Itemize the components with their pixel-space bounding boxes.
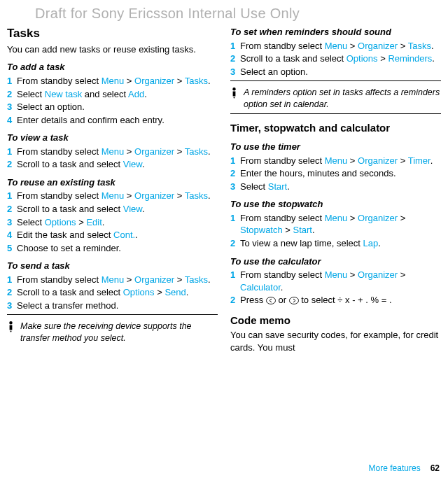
add-task-steps: From standby select Menu > Organizer > T… (7, 75, 218, 126)
svg-point-5 (234, 97, 235, 99)
tasks-heading: Tasks (7, 26, 218, 42)
code-memo-heading: Code memo (230, 314, 441, 328)
svg-point-6 (266, 297, 275, 304)
timer-heading: To use the timer (230, 141, 441, 153)
list-item: Select New task and select Add. (7, 88, 218, 101)
tasks-intro: You can add new tasks or reuse existing … (7, 43, 218, 56)
tsc-heading: Timer, stopwatch and calculator (230, 121, 441, 135)
svg-point-2 (10, 331, 12, 332)
right-key-icon (289, 295, 299, 305)
send-task-steps: From standby select Menu > Organizer > T… (7, 274, 218, 312)
note-reminders: A reminders option set in tasks affects … (230, 87, 441, 111)
list-item: From standby select Menu > Organizer > T… (7, 190, 218, 202)
list-item: Scroll to a task and select Options > Se… (7, 286, 218, 299)
footer-section: More features (369, 463, 421, 473)
list-item: Select an option. (7, 101, 218, 113)
code-memo-intro: You can save security codes, for example… (230, 329, 441, 353)
page-footer: More features62 (369, 463, 440, 474)
reminders-heading: To set when reminders should sound (230, 26, 441, 38)
divider (7, 314, 218, 315)
list-item: Scroll to a task and select View. (7, 158, 218, 171)
reuse-task-steps: From standby select Menu > Organizer > T… (7, 190, 218, 254)
list-item: From standby select Menu > Organizer > T… (7, 146, 218, 158)
list-item: Scroll to a task and select View. (7, 203, 218, 216)
watermark-text: Draft for Sony Ericsson Internal Use Onl… (7, 3, 441, 26)
list-item: From standby select Menu > Organizer > T… (7, 274, 218, 286)
list-item: Press or to select ÷ x - + . % = . (230, 294, 441, 307)
timer-steps: From standby select Menu > Organizer > T… (230, 155, 441, 193)
view-task-heading: To view a task (7, 132, 218, 144)
divider (230, 113, 441, 114)
left-key-icon (266, 295, 276, 305)
divider (230, 80, 441, 81)
stopwatch-heading: To use the stopwatch (230, 198, 441, 211)
svg-point-3 (232, 87, 235, 90)
list-item: Edit the task and select Cont.. (7, 229, 218, 241)
info-icon (7, 321, 15, 336)
list-item: Enter the hours, minutes and seconds. (230, 167, 441, 180)
info-icon (230, 87, 238, 102)
svg-point-0 (9, 321, 12, 324)
list-item: Select an option. (230, 66, 441, 78)
reminders-steps: From standby select Menu > Organizer > T… (230, 40, 441, 78)
list-item: Scroll to a task and select Options > Re… (230, 52, 441, 65)
list-item: To view a new lap time, select Lap. (230, 237, 441, 250)
note-text: Make sure the receiving device supports … (20, 321, 218, 344)
note-transfer: Make sure the receiving device supports … (7, 321, 218, 344)
add-task-heading: To add a task (7, 61, 218, 73)
stopwatch-steps: From standby select Menu > Organizer > S… (230, 212, 441, 250)
list-item: Select Options > Edit. (7, 216, 218, 229)
content-columns: Tasks You can add new tasks or reuse exi… (7, 26, 441, 355)
list-item: Select a transfer method. (7, 300, 218, 312)
list-item: From standby select Menu > Organizer > T… (230, 155, 441, 167)
list-item: From standby select Menu > Organizer > S… (230, 212, 441, 237)
page-number: 62 (430, 463, 440, 473)
calc-steps: From standby select Menu > Organizer > C… (230, 269, 441, 307)
reuse-task-heading: To reuse an existing task (7, 176, 218, 189)
svg-rect-1 (10, 325, 13, 330)
note-text: A reminders option set in tasks affects … (244, 87, 441, 111)
left-column: Tasks You can add new tasks or reuse exi… (7, 26, 218, 355)
list-item: Choose to set a reminder. (7, 242, 218, 255)
list-item: Enter details and confirm each entry. (7, 114, 218, 127)
list-item: From standby select Menu > Organizer > T… (7, 75, 218, 87)
list-item: From standby select Menu > Organizer > T… (230, 40, 441, 52)
calc-heading: To use the calculator (230, 255, 441, 268)
svg-point-7 (289, 297, 298, 304)
view-task-steps: From standby select Menu > Organizer > T… (7, 146, 218, 171)
svg-rect-4 (233, 92, 236, 97)
list-item: From standby select Menu > Organizer > C… (230, 269, 441, 293)
send-task-heading: To send a task (7, 260, 218, 272)
list-item: Select Start. (230, 181, 441, 193)
right-column: To set when reminders should sound From … (230, 26, 441, 355)
